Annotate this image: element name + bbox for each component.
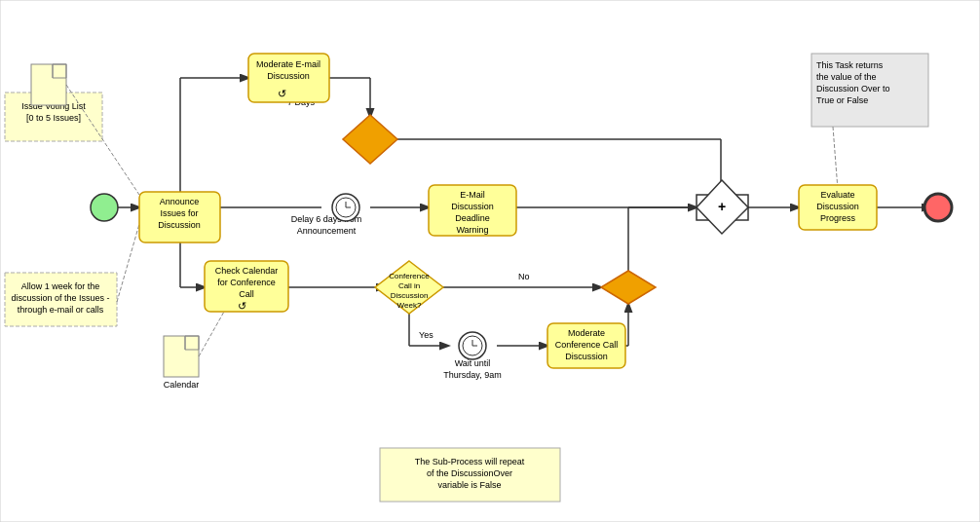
mod-email-1: Moderate E-mail: [256, 59, 320, 69]
email-dl-4: Warning: [456, 225, 488, 235]
announce-label-3: Discussion: [158, 220, 201, 230]
loop-icon-2: ↺: [238, 300, 246, 312]
yes-label: Yes: [419, 330, 433, 340]
eval-1: Evaluate: [820, 190, 854, 200]
no-label: No: [518, 272, 530, 281]
allow-week-3: through e-mail or calls: [18, 305, 104, 315]
check-cal-3: Call: [239, 289, 254, 299]
email-dl-2: Discussion: [451, 202, 494, 211]
mod-email-2: Discussion: [267, 71, 310, 81]
email-dl-3: Deadline: [455, 213, 490, 223]
announce-label-1: Announce: [160, 197, 200, 206]
task-returns-2: the value of the: [816, 72, 877, 82]
subprocess-2: of the DiscussionOver: [427, 468, 512, 478]
mod-conf-2: Conference Call: [555, 340, 619, 350]
svg-rect-8: [31, 64, 66, 105]
subprocess-3: variable is False: [437, 480, 501, 490]
start-event: [91, 194, 118, 221]
main-svg: Issue Voting List [0 to 5 Issues] Allow …: [0, 0, 980, 522]
svg-rect-3: [164, 336, 199, 377]
conf-gw-4: Week?: [397, 301, 422, 310]
loop-icon-1: ↺: [278, 88, 286, 99]
conf-gw-1: Conference: [389, 272, 430, 280]
wait-label-1: Wait until: [455, 358, 491, 368]
wait-label-2: Thursday, 9am: [443, 370, 501, 380]
check-cal-1: Check Calendar: [215, 266, 279, 276]
task-returns-3: Discussion Over to: [816, 84, 890, 93]
mod-conf-3: Discussion: [565, 352, 608, 361]
mod-conf-1: Moderate: [568, 328, 605, 338]
parallel-plus: +: [718, 199, 726, 214]
conf-gw-3: Discussion: [391, 291, 429, 300]
subprocess-1: The Sub-Process will repeat: [415, 457, 525, 466]
email-dl-1: E-Mail: [460, 190, 485, 200]
announce-label-2: Issues for: [160, 208, 198, 218]
allow-week-1: Allow 1 week for the: [21, 281, 100, 291]
delay-label-2: Announcement: [297, 226, 357, 236]
eval-2: Discussion: [816, 202, 859, 211]
task-returns-4: True or False: [816, 95, 868, 105]
bpmn-diagram: Issue Voting List [0 to 5 Issues] Allow …: [0, 0, 980, 522]
allow-week-2: discussion of the Issues -: [11, 293, 109, 303]
check-cal-2: for Conference: [217, 278, 276, 287]
eval-3: Progress: [820, 213, 856, 223]
issue-voting-label2: [0 to 5 Issues]: [26, 113, 81, 123]
end-event: [924, 194, 952, 221]
calendar-label: Calendar: [164, 380, 200, 390]
conf-gw-2: Call in: [398, 281, 420, 290]
task-returns-1: This Task returns: [816, 60, 884, 70]
